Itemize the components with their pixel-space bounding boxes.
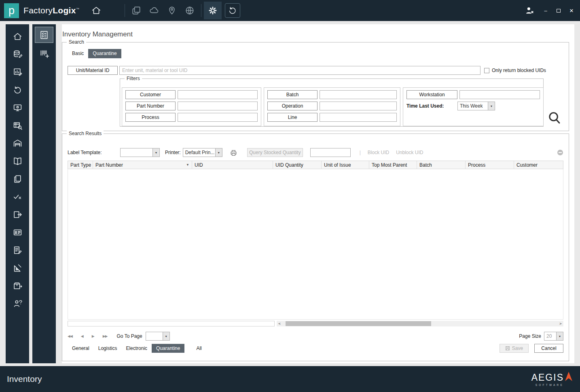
results-toolbar: Label Template: ▼ Printer: Default Prin.… bbox=[68, 148, 563, 157]
go-to-page-select[interactable]: ▼ bbox=[146, 332, 170, 341]
column-header-top-most-parent[interactable]: Top Most Parent bbox=[369, 161, 417, 169]
batch-filter-input[interactable] bbox=[320, 90, 397, 99]
customer-filter-button[interactable]: Customer bbox=[125, 90, 176, 99]
sidebar-item-support[interactable] bbox=[6, 295, 29, 312]
sidebar-item-history[interactable] bbox=[6, 81, 29, 99]
sidebar2-item-inventory-list[interactable] bbox=[35, 27, 53, 43]
map-pin-icon bbox=[167, 5, 177, 16]
customer-filter-input[interactable] bbox=[178, 90, 258, 99]
line-filter-button[interactable]: Line bbox=[267, 113, 318, 122]
column-header-customer[interactable]: Customer bbox=[514, 161, 563, 169]
column-header-batch[interactable]: Batch bbox=[417, 161, 466, 169]
operation-filter-input[interactable] bbox=[320, 102, 397, 110]
statusbar-module-title: Inventory bbox=[7, 374, 42, 384]
toolbar-separator: | bbox=[360, 150, 361, 155]
page-size-select[interactable]: 20 ▼ bbox=[544, 332, 563, 341]
sidebar-item-materials[interactable] bbox=[6, 45, 29, 63]
tab-quarantine[interactable]: Quarantine bbox=[88, 49, 121, 58]
query-stocked-quantity-button[interactable]: Query Stocked Quantity bbox=[247, 148, 303, 157]
column-header-part-type[interactable]: Part Type bbox=[68, 161, 93, 169]
location-button[interactable] bbox=[163, 2, 181, 19]
sidebar-item-templates[interactable] bbox=[6, 170, 29, 188]
sidebar-item-notes[interactable] bbox=[6, 241, 29, 259]
copy-pages-icon bbox=[13, 174, 23, 184]
sidebar-item-home[interactable] bbox=[6, 28, 29, 45]
scroll-right-button[interactable]: > bbox=[558, 321, 563, 326]
sidebar-item-badges[interactable] bbox=[6, 223, 29, 241]
first-page-button[interactable]: ◀◀ bbox=[68, 334, 72, 338]
printer-icon bbox=[230, 149, 237, 157]
home-button[interactable] bbox=[87, 2, 105, 19]
sidebar-item-export[interactable] bbox=[6, 206, 29, 223]
column-header-unit-of-issue[interactable]: Unit of Issue bbox=[322, 161, 369, 169]
sidebar-item-workstation[interactable] bbox=[6, 99, 29, 117]
tab-general[interactable]: General bbox=[68, 344, 94, 353]
pagination-row: ◀◀ ◀ ▶ ▶▶ Go To Page ▼ Page Size 20 ▼ bbox=[68, 331, 563, 341]
history-button[interactable] bbox=[225, 3, 240, 18]
horizontal-scrollbar[interactable] bbox=[282, 321, 558, 326]
documents-button[interactable] bbox=[127, 2, 145, 19]
tab-logistics[interactable]: Logistics bbox=[94, 344, 122, 353]
scroll-left-button[interactable]: < bbox=[277, 321, 282, 326]
column-header-uid[interactable]: UID bbox=[192, 161, 273, 169]
close-button[interactable]: ✕ bbox=[569, 8, 574, 14]
frozen-columns-scrollbar[interactable] bbox=[68, 321, 275, 326]
workstation-filter-button[interactable]: Workstation bbox=[406, 90, 457, 99]
sidebar2-item-barcode-add[interactable] bbox=[35, 45, 53, 61]
scrollbar-thumb[interactable] bbox=[286, 321, 431, 326]
workstation-filter-input[interactable] bbox=[459, 90, 540, 99]
printer-select[interactable]: Default Prin... ▼ bbox=[183, 148, 222, 157]
filters-panel-middle: Batch Operation Line bbox=[264, 87, 400, 126]
unblock-uid-button[interactable]: Unblock UID bbox=[396, 150, 423, 155]
previous-page-button[interactable]: ◀ bbox=[81, 334, 83, 338]
search-results-legend: Search Results bbox=[67, 131, 104, 136]
printer-label: Printer: bbox=[165, 150, 181, 155]
person-question-icon bbox=[13, 299, 23, 309]
search-icon bbox=[547, 110, 562, 126]
last-page-button[interactable]: ▶▶ bbox=[103, 334, 108, 338]
process-filter-input[interactable] bbox=[178, 113, 258, 122]
operation-filter-button[interactable]: Operation bbox=[267, 102, 318, 110]
line-filter-input[interactable] bbox=[320, 113, 397, 122]
sidebar-item-measurement[interactable] bbox=[6, 259, 29, 277]
blocked-uids-checkbox[interactable] bbox=[484, 68, 489, 73]
block-indicator-button[interactable] bbox=[557, 149, 563, 156]
save-button[interactable]: Save bbox=[500, 344, 529, 353]
settings-button[interactable] bbox=[204, 2, 222, 19]
part-number-filter-input[interactable] bbox=[178, 102, 258, 110]
maximize-button[interactable] bbox=[556, 8, 561, 14]
sidebar-item-warehouse[interactable] bbox=[6, 134, 29, 152]
sidebar-item-validation[interactable] bbox=[6, 188, 29, 206]
label-template-select[interactable]: ▼ bbox=[120, 148, 160, 157]
column-header-process[interactable]: Process bbox=[466, 161, 514, 169]
monitor-icon bbox=[13, 103, 23, 113]
globe-button[interactable] bbox=[181, 2, 199, 19]
sign-out-button[interactable] bbox=[523, 2, 536, 19]
print-button[interactable] bbox=[230, 149, 237, 157]
batch-filter-button[interactable]: Batch bbox=[267, 90, 318, 99]
unit-search-input[interactable] bbox=[119, 66, 481, 75]
sidebar-item-documentation[interactable] bbox=[6, 152, 29, 170]
minimize-button[interactable]: – bbox=[543, 8, 548, 14]
sidebar-item-shipping[interactable] bbox=[6, 277, 29, 295]
sidebar-item-planning[interactable] bbox=[6, 63, 29, 81]
cloud-button[interactable] bbox=[145, 2, 163, 19]
tab-basic[interactable]: Basic bbox=[68, 49, 88, 58]
book-icon bbox=[13, 156, 23, 166]
search-tabs: Basic Quarantine bbox=[68, 49, 121, 58]
cancel-button[interactable]: Cancel bbox=[534, 344, 563, 353]
stocked-quantity-input[interactable] bbox=[310, 148, 351, 157]
process-filter-button[interactable]: Process bbox=[125, 113, 176, 122]
part-number-filter-button[interactable]: Part Number bbox=[125, 102, 176, 110]
next-page-button[interactable]: ▶ bbox=[92, 334, 94, 338]
sidebar-item-data-query[interactable] bbox=[6, 117, 29, 134]
tab-all[interactable]: All bbox=[192, 344, 206, 353]
tab-electronic[interactable]: Electronic bbox=[121, 344, 152, 353]
time-last-used-select[interactable]: This Week ▼ bbox=[457, 102, 495, 110]
column-header-part-number[interactable]: Part Number▼ bbox=[93, 161, 192, 169]
tab-quarantine-bottom[interactable]: Quarantine bbox=[152, 344, 184, 353]
unit-material-id-button[interactable]: Unit/Material ID bbox=[68, 66, 118, 75]
column-header-uid-quantity[interactable]: UID Quantity bbox=[273, 161, 322, 169]
block-uid-button[interactable]: Block UID bbox=[368, 150, 389, 155]
search-button[interactable] bbox=[547, 110, 562, 127]
